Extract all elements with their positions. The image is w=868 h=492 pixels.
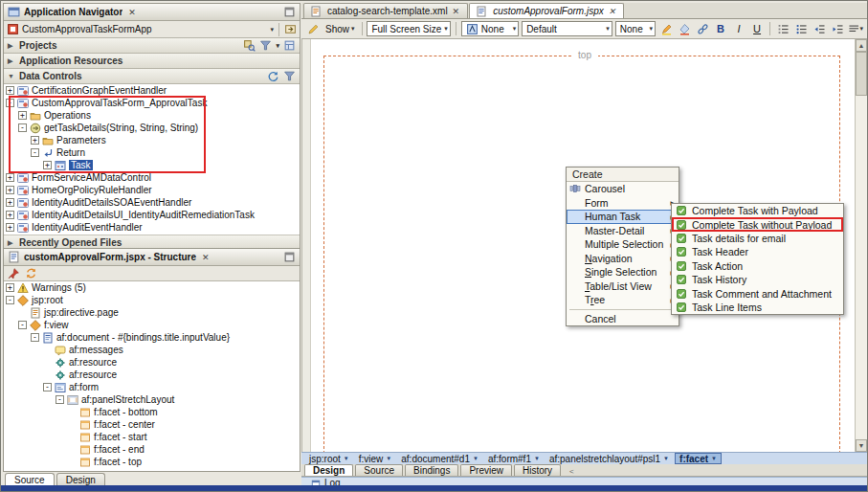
tree-item[interactable]: -f:view [4, 319, 300, 331]
close-icon[interactable]: ✕ [126, 8, 138, 17]
italic-button[interactable]: I [731, 21, 746, 36]
menu-item-carousel[interactable]: Carousel [567, 182, 679, 196]
refresh-icon[interactable] [267, 70, 279, 82]
tree-item[interactable]: +Warnings (5) [4, 281, 300, 294]
expand-icon[interactable]: + [6, 283, 14, 292]
tree-item[interactable]: -CustomApprovalTaskForm_ApprovalTask [4, 97, 300, 109]
tree-item[interactable]: +FormServiceAMDataControl [4, 171, 300, 184]
tree-item[interactable]: -getTaskDetails(String, String, String) [4, 122, 300, 134]
tree-item[interactable]: af:resource [4, 356, 300, 369]
collapse-icon[interactable]: - [43, 383, 52, 391]
tree-item[interactable]: +CertificationGraphEventHandler [4, 84, 300, 97]
screen-size-select[interactable]: Full Screen Size▾ [367, 21, 450, 36]
menu-item-cancel[interactable]: Cancel [567, 312, 679, 326]
font-size-select[interactable]: None▾ [615, 21, 656, 36]
expand-icon[interactable]: + [18, 111, 27, 120]
menu-item-multiple-selection[interactable]: Multiple Selection▶ [567, 237, 679, 252]
show-dropdown[interactable]: Show▾ [323, 24, 357, 34]
scrollbar-thumb[interactable] [856, 52, 867, 96]
tree-item[interactable]: f:facet - center [4, 418, 300, 431]
link-icon[interactable] [695, 21, 710, 36]
submenu-item-task-history[interactable]: Task History [672, 273, 843, 286]
submenu-item-task-header[interactable]: Task Header [672, 245, 843, 258]
breadcrumb-item-f-facet[interactable]: f:facet▼ [675, 453, 722, 464]
increase-indent-icon[interactable] [830, 21, 845, 36]
workspace-selector-label[interactable]: CustomApprovalTaskFormApp [22, 24, 152, 34]
collapse-icon[interactable]: - [31, 333, 39, 342]
tree-item[interactable]: +IdentityAuditDetailsSOAEventHandler [4, 196, 300, 209]
breadcrumb-item-f-view[interactable]: f:view▼ [355, 453, 396, 464]
tab-source[interactable]: Source [355, 464, 403, 476]
collapse-icon[interactable]: - [18, 123, 27, 132]
submenu-item-task-comment-and-attachment[interactable]: Task Comment and Attachment [672, 286, 843, 300]
expand-icon[interactable]: + [6, 211, 14, 219]
tree-item[interactable]: -af:panelStretchLayout [4, 393, 300, 406]
menu-item-human-task[interactable]: Human Task▶ [567, 210, 679, 224]
expand-icon[interactable]: + [6, 223, 14, 232]
workspace-menu-icon[interactable] [284, 23, 297, 35]
submenu-item-complete-task-with-payload[interactable]: Complete Task with Payload [672, 204, 843, 217]
close-icon[interactable]: ✕ [451, 7, 462, 16]
canvas-vertical-scrollbar[interactable]: ▲ ▼ [855, 39, 867, 452]
tab-design[interactable]: Design [304, 464, 353, 476]
expand-icon[interactable]: + [43, 161, 52, 169]
package-search-icon[interactable] [243, 39, 256, 52]
collapse-icon[interactable]: - [18, 321, 27, 329]
tree-item[interactable]: f:facet - end [4, 443, 300, 456]
collapse-icon[interactable]: - [6, 99, 14, 107]
breadcrumb-item-af-form-f1[interactable]: af:form#f1▼ [484, 453, 544, 464]
menu-item-form[interactable]: Form▶ [567, 196, 679, 211]
pin-icon[interactable] [8, 267, 20, 280]
bold-button[interactable]: B [713, 21, 728, 36]
collapse-icon[interactable]: - [6, 296, 14, 304]
expand-icon[interactable]: + [6, 198, 14, 207]
tree-item[interactable]: af:messages [4, 344, 300, 356]
breadcrumb-item-jsp-root[interactable]: jsp:root▼ [305, 453, 353, 464]
submenu-item-task-details-for-email[interactable]: Task details for email [672, 232, 843, 245]
data-controls-section-header[interactable]: ▼ Data Controls [4, 69, 300, 84]
tree-item[interactable]: jsp:directive.page [4, 306, 300, 319]
submenu-item-task-action[interactable]: Task Action [672, 259, 843, 273]
tree-item[interactable]: -af:document - #{bindings.title.inputVal… [4, 331, 300, 344]
tree-item[interactable]: +HomeOrgPolicyRuleHandler [4, 184, 300, 196]
panel-restore-icon[interactable] [283, 6, 296, 18]
submenu-item-complete-task-without-payload[interactable]: Complete Task without Payload [672, 217, 843, 231]
tree-item[interactable]: af:resource [4, 369, 300, 381]
scroll-up-icon[interactable]: ▲ [856, 39, 867, 52]
expand-icon[interactable]: + [6, 86, 14, 95]
expand-icon[interactable]: + [31, 136, 39, 145]
menu-item-table-list-view[interactable]: Table/List View▶ [567, 280, 679, 294]
tree-item[interactable]: -af:form [4, 381, 300, 393]
editor-tab-customapprovalform-jspx[interactable]: customApprovalForm.jspx✕ [469, 3, 624, 18]
background-color-icon[interactable] [677, 21, 692, 36]
projects-settings-icon[interactable] [283, 39, 296, 52]
filter-icon[interactable] [259, 39, 272, 52]
tree-item[interactable]: +Operations [4, 109, 300, 122]
style-select[interactable]: None▾ [461, 21, 519, 36]
tree-item[interactable]: +Parameters [4, 134, 300, 146]
close-icon[interactable]: ✕ [607, 7, 618, 16]
projects-menu-arrow-icon[interactable]: ▾ [276, 42, 279, 50]
edit-pencil-icon[interactable] [305, 21, 321, 36]
collapse-icon[interactable]: - [56, 395, 64, 404]
tab-history[interactable]: History [514, 464, 561, 476]
highlight-marker-icon[interactable] [658, 21, 674, 36]
breadcrumb-item-af-panelstretchlayout-psl1[interactable]: af:panelstretchlayout#psl1▼ [545, 453, 673, 464]
justify-dropdown[interactable]: ▾ [848, 21, 863, 36]
underline-button[interactable]: U [749, 21, 765, 36]
collapse-icon[interactable]: - [31, 148, 39, 157]
submenu-item-task-line-items[interactable]: Task Line Items [672, 301, 843, 314]
tree-item[interactable]: -Return [4, 146, 300, 159]
filter-icon[interactable] [283, 70, 296, 82]
tab-scroll-left-icon[interactable]: < [567, 467, 577, 476]
menu-item-master-detail[interactable]: Master-Detail▶ [567, 224, 679, 238]
menu-item-single-selection[interactable]: Single Selection▶ [567, 265, 679, 280]
application-resources-section-header[interactable]: ▶ Application Resources [4, 54, 300, 69]
decrease-indent-icon[interactable] [812, 21, 827, 36]
tree-item[interactable]: f:facet - bottom [4, 406, 300, 418]
breadcrumb-item-af-document-d1[interactable]: af:document#d1▼ [397, 453, 482, 464]
sync-icon[interactable] [25, 267, 37, 280]
tree-item[interactable]: f:facet - top [4, 456, 300, 468]
scroll-down-icon[interactable]: ▼ [856, 439, 867, 452]
tree-item[interactable]: +IdentityAuditDetailsUI_IdentityAuditRem… [4, 209, 300, 221]
